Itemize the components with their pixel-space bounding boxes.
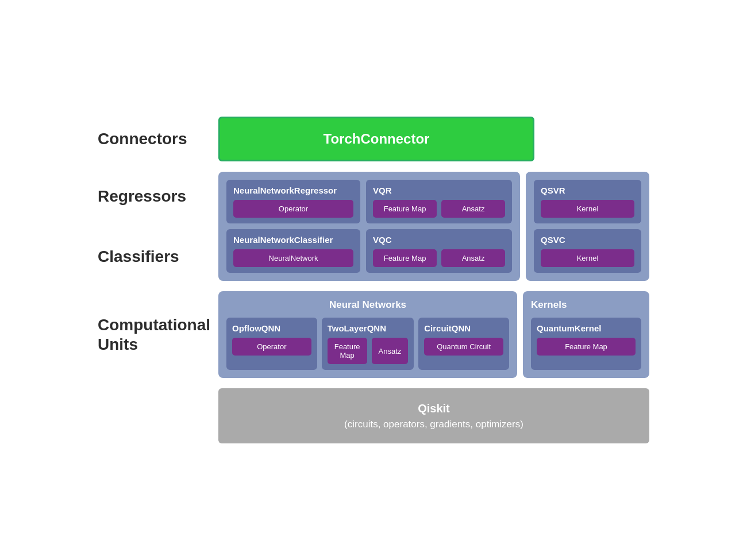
classifier-inner-row: NeuralNetworkClassifier NeuralNetwork VQ… — [226, 229, 512, 273]
quantum-kernel-feature-map-label: Feature Map — [565, 342, 607, 351]
vqr-title: VQR — [373, 186, 505, 195]
connectors-label: Connectors — [98, 129, 187, 149]
vqc-pills-row: Feature Map Ansatz — [373, 249, 505, 267]
quantum-kernel-box: QuantumKernel Feature Map — [531, 318, 641, 370]
connectors-label-area: Connectors — [98, 117, 218, 161]
two-layer-qnn-box: TwoLayerQNN Feature Map Ansatz — [322, 318, 414, 370]
two-layer-ansatz-pill: Ansatz — [372, 338, 409, 364]
connectors-content: TorchConnector — [218, 117, 649, 161]
kernels-section: Kernels QuantumKernel Feature Map — [523, 291, 649, 378]
opflow-qnn-title: OpflowQNN — [232, 323, 311, 333]
regressor-operator-label: Operator — [279, 204, 308, 213]
vqc-ansatz-label: Ansatz — [462, 254, 485, 262]
computational-units-row: ComputationalUnits Neural Networks Opflo… — [98, 291, 649, 378]
vqc-title: VQC — [373, 235, 505, 245]
qsvc-kernel-label: Kernel — [577, 254, 599, 262]
vqr-ansatz-pill: Ansatz — [441, 200, 505, 218]
classifier-nn-pill: NeuralNetwork — [233, 249, 353, 267]
qiskit-label-spacer — [98, 388, 218, 443]
diagram-container: Connectors TorchConnector Regressors Cla… — [86, 94, 661, 466]
quantum-kernel-title: QuantumKernel — [537, 323, 636, 333]
reg-class-row: Regressors Classifiers NeuralNetworkRegr… — [98, 172, 649, 281]
qiskit-bar: Qiskit (circuits, operators, gradients, … — [218, 388, 649, 443]
neural-network-regressor-title: NeuralNetworkRegressor — [233, 186, 353, 195]
regressor-inner-row: NeuralNetworkRegressor Operator VQR Feat… — [226, 180, 512, 223]
two-layer-ansatz-label: Ansatz — [379, 347, 402, 356]
qiskit-row: Qiskit (circuits, operators, gradients, … — [98, 388, 649, 443]
qsvc-kernel-pill: Kernel — [541, 249, 634, 267]
quantum-kernel-feature-map-pill: Feature Map — [537, 338, 636, 356]
neural-network-classifier-box: NeuralNetworkClassifier NeuralNetwork — [226, 229, 360, 273]
vqr-ansatz-label: Ansatz — [462, 204, 485, 213]
opflow-operator-label: Operator — [257, 342, 286, 351]
circuit-qnn-quantum-circuit-pill: Quantum Circuit — [424, 338, 503, 356]
qsvc-title: QSVC — [541, 235, 634, 245]
neural-network-regressor-box: NeuralNetworkRegressor Operator — [226, 180, 360, 223]
torch-connector-box: TorchConnector — [218, 117, 534, 161]
two-layer-qnn-title: TwoLayerQNN — [328, 323, 409, 333]
torch-connector-label: TorchConnector — [324, 131, 430, 147]
reg-class-label-area: Regressors Classifiers — [98, 172, 218, 281]
neural-networks-inner-row: OpflowQNN Operator TwoLayerQNN Feature M… — [226, 318, 509, 370]
qsvr-kernel-label: Kernel — [577, 204, 599, 213]
two-layer-pills: Feature Map Ansatz — [328, 338, 409, 364]
vqc-feature-map-pill: Feature Map — [373, 249, 437, 267]
classifiers-label: Classifiers — [98, 247, 179, 267]
opflow-operator-pill: Operator — [232, 338, 311, 356]
vqr-feature-map-label: Feature Map — [384, 204, 426, 213]
neural-networks-outer: Neural Networks OpflowQNN Operator TwoLa… — [218, 291, 517, 378]
vqr-pills-row: Feature Map Ansatz — [373, 200, 505, 218]
circuit-qnn-quantum-circuit-label: Quantum Circuit — [437, 342, 491, 351]
two-layer-feature-map-pill: Feature Map — [328, 338, 367, 364]
qiskit-line1: Qiskit — [230, 400, 638, 417]
vqr-feature-map-pill: Feature Map — [373, 200, 437, 218]
classifier-nn-label: NeuralNetwork — [269, 254, 318, 262]
regressors-label: Regressors — [98, 187, 186, 206]
qiskit-line2: (circuits, operators, gradients, optimiz… — [230, 417, 638, 432]
vqr-box: VQR Feature Map Ansatz — [366, 180, 512, 223]
qsvr-box: QSVR Kernel — [534, 180, 641, 223]
comp-units-label: ComputationalUnits — [98, 315, 210, 354]
qiskit-content: Qiskit (circuits, operators, gradients, … — [218, 388, 649, 443]
qsvr-title: QSVR — [541, 186, 634, 195]
qsvc-box: QSVC Kernel — [534, 229, 641, 273]
circuit-qnn-box: CircuitQNN Quantum Circuit — [418, 318, 509, 370]
connectors-row: Connectors TorchConnector — [98, 117, 649, 161]
circuit-qnn-title: CircuitQNN — [424, 323, 503, 333]
reg-class-main-section: NeuralNetworkRegressor Operator VQR Feat… — [218, 172, 520, 281]
qsvr-kernel-pill: Kernel — [541, 200, 634, 218]
vqc-box: VQC Feature Map Ansatz — [366, 229, 512, 273]
two-layer-feature-map-label: Feature Map — [334, 342, 360, 360]
regressor-operator-pill: Operator — [233, 200, 353, 218]
qsvr-qsvc-section: QSVR Kernel QSVC Kernel — [526, 172, 649, 281]
vqc-feature-map-label: Feature Map — [384, 254, 426, 262]
comp-units-label-area: ComputationalUnits — [98, 291, 218, 378]
neural-networks-title: Neural Networks — [226, 299, 509, 311]
comp-units-content-area: Neural Networks OpflowQNN Operator TwoLa… — [218, 291, 649, 378]
reg-class-content-area: NeuralNetworkRegressor Operator VQR Feat… — [218, 172, 649, 281]
opflow-qnn-box: OpflowQNN Operator — [226, 318, 317, 370]
kernels-title: Kernels — [531, 299, 641, 311]
neural-network-classifier-title: NeuralNetworkClassifier — [233, 235, 353, 245]
vqc-ansatz-pill: Ansatz — [441, 249, 505, 267]
